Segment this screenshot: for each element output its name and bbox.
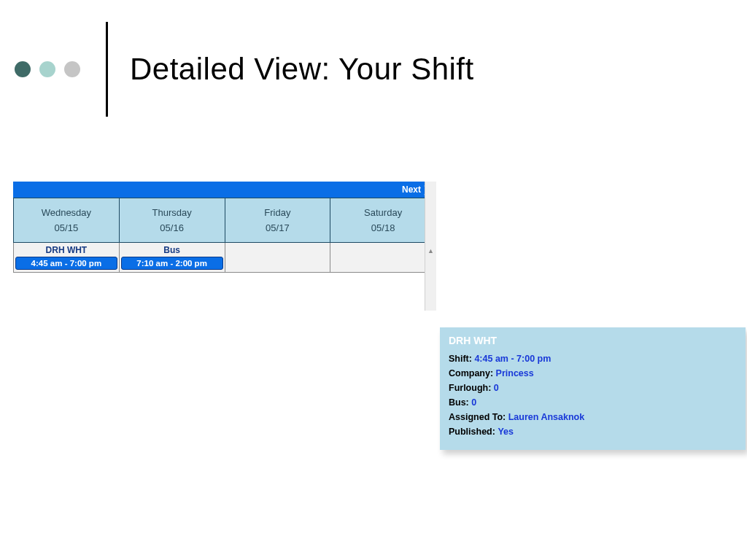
calendar-cell[interactable]	[330, 242, 436, 272]
day-name: Saturday	[333, 206, 433, 221]
day-header: Wednesday 05/15	[14, 198, 120, 243]
calendar-table: Wednesday 05/15 Thursday 05/16 Friday 05…	[13, 198, 436, 273]
day-name: Friday	[228, 206, 328, 221]
detail-value: Yes	[498, 427, 514, 437]
schedule-calendar: Next ❯ Wednesday 05/15 Thursday 05/16 Fr…	[13, 182, 436, 273]
detail-title: DRH WHT	[449, 335, 737, 346]
day-date: 05/18	[333, 221, 433, 236]
dot-icon	[39, 61, 55, 77]
detail-key: Published:	[449, 427, 495, 437]
detail-value: 0	[471, 397, 476, 408]
calendar-cell[interactable]: Bus 7:10 am - 2:00 pm	[119, 242, 225, 272]
day-name: Thursday	[123, 206, 222, 221]
detail-key: Shift:	[449, 354, 472, 364]
detail-key: Assigned To:	[449, 412, 506, 422]
detail-value: Lauren Ansaknok	[508, 412, 584, 422]
detail-value: 4:45 am - 7:00 pm	[474, 354, 551, 364]
shift-time[interactable]: 4:45 am - 7:00 pm	[15, 257, 117, 270]
vertical-divider	[106, 22, 108, 117]
day-header: Thursday 05/16	[119, 198, 225, 243]
calendar-cell[interactable]: DRH WHT 4:45 am - 7:00 pm	[14, 242, 120, 272]
next-label: Next	[402, 184, 421, 195]
day-header: Friday 05/17	[225, 198, 330, 243]
detail-row-furlough: Furlough: 0	[449, 383, 737, 393]
detail-row-assigned: Assigned To: Lauren Ansaknok	[449, 412, 737, 422]
detail-value: 0	[494, 383, 499, 393]
page-title: Detailed View: Your Shift	[130, 52, 474, 87]
day-name: Wednesday	[17, 206, 116, 221]
detail-row-bus: Bus: 0	[449, 397, 737, 408]
detail-key: Bus:	[449, 397, 469, 408]
decorative-dots	[15, 61, 80, 77]
day-header: Saturday 05/18	[330, 198, 436, 243]
shift-label: DRH WHT	[14, 243, 119, 257]
detail-row-published: Published: Yes	[449, 427, 737, 437]
scrollbar[interactable]: ▲	[425, 182, 436, 311]
shift-detail-panel: DRH WHT Shift: 4:45 am - 7:00 pm Company…	[440, 327, 746, 450]
calendar-cell[interactable]	[225, 242, 330, 272]
next-button[interactable]: Next ❯	[13, 182, 436, 198]
detail-row-shift: Shift: 4:45 am - 7:00 pm	[449, 354, 737, 364]
slide-header: Detailed View: Your Shift	[15, 22, 718, 117]
day-date: 05/16	[123, 221, 222, 236]
shift-label: Bus	[120, 243, 225, 257]
detail-key: Company:	[449, 368, 493, 378]
day-date: 05/17	[228, 221, 328, 236]
day-date: 05/15	[17, 221, 116, 236]
detail-key: Furlough:	[449, 383, 491, 393]
dot-icon	[15, 61, 31, 77]
dot-icon	[64, 61, 80, 77]
shift-time[interactable]: 7:10 am - 2:00 pm	[121, 257, 223, 270]
scroll-up-icon: ▲	[427, 182, 434, 254]
detail-value: Princess	[496, 368, 534, 378]
detail-row-company: Company: Princess	[449, 368, 737, 378]
